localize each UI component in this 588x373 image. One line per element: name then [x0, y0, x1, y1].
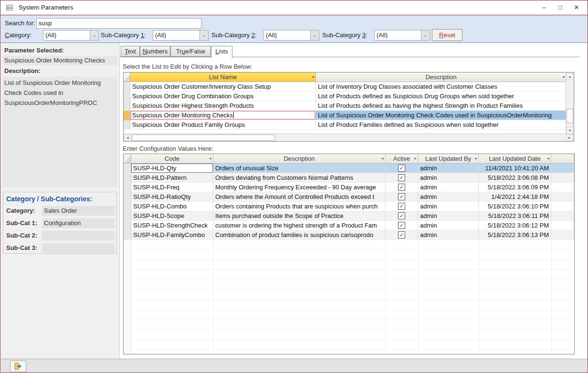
chevron-down-icon[interactable]: ⌄	[200, 31, 208, 40]
sort-arrow-icon[interactable]: ▾	[210, 156, 211, 161]
column-header-active[interactable]: Active▾	[386, 154, 418, 164]
datasheet-corner[interactable]	[124, 73, 130, 82]
code-cell[interactable]: SUSP-HLD-StrengthCheck	[131, 221, 213, 230]
active-cell-checkbox[interactable]: ✓	[386, 173, 418, 183]
row-selector[interactable]	[124, 173, 131, 183]
checkbox-checked-icon[interactable]: ✓	[398, 174, 405, 181]
datasheet-corner[interactable]	[124, 154, 131, 164]
scroll-left-icon[interactable]: ◄	[124, 135, 131, 141]
last-updated-by-cell[interactable]: admin	[418, 221, 479, 230]
list-description-cell[interactable]: List of Products defined as Suspicious D…	[316, 92, 567, 101]
row-selector[interactable]	[124, 221, 131, 230]
list-name-cell[interactable]: Suspicious Order Customer/Inventory Clas…	[130, 82, 316, 92]
active-cell-checkbox[interactable]: ✓	[386, 192, 418, 202]
sort-arrow-icon[interactable]: ▾	[547, 156, 549, 161]
description-cell[interactable]: customer is ordering the highest strengt…	[213, 221, 386, 230]
column-header-description[interactable]: Description▾	[316, 73, 567, 82]
list-horizontal-scrollbar[interactable]: ◄ ►	[124, 134, 574, 141]
list-name-cell[interactable]: Suspicious Order Drug Combination Groups	[130, 92, 316, 101]
description-cell[interactable]: Orders of unusual Size	[213, 164, 386, 173]
checkbox-checked-icon[interactable]: ✓	[398, 203, 405, 210]
code-cell[interactable]: SUSP-HLD-Scope	[131, 211, 213, 221]
description-cell[interactable]: Items purchased outside the Scope of Pra…	[213, 211, 386, 221]
sort-arrow-icon[interactable]: ▾	[382, 156, 384, 161]
list-vertical-scrollbar[interactable]: ▲ ▼	[566, 73, 574, 135]
tab-text[interactable]: Text	[121, 46, 140, 57]
subcategory3-select[interactable]: (All) ⌄	[374, 30, 430, 41]
row-selector[interactable]	[124, 202, 131, 211]
checkbox-checked-icon[interactable]: ✓	[398, 222, 405, 229]
active-cell-checkbox[interactable]: ✓	[386, 230, 418, 240]
row-selector[interactable]	[124, 230, 131, 240]
checkbox-checked-icon[interactable]: ✓	[398, 193, 405, 200]
checkbox-checked-icon[interactable]: ✓	[398, 165, 405, 172]
row-selector[interactable]	[124, 111, 130, 120]
row-spacer-cell[interactable]	[551, 211, 574, 221]
sort-arrow-icon[interactable]: ▾	[312, 75, 314, 79]
column-header-last-updated-by[interactable]: Last Updated By▾	[418, 154, 479, 164]
last-updated-date-cell[interactable]: 5/18/2022 3:06:10 PM	[479, 202, 551, 211]
row-spacer-cell[interactable]	[551, 192, 574, 202]
row-spacer-cell[interactable]	[551, 221, 574, 230]
scroll-down-icon[interactable]: ▼	[567, 127, 573, 134]
row-selector[interactable]	[124, 82, 130, 92]
last-updated-date-cell[interactable]: 5/18/2022 3:06:09 PM	[479, 183, 551, 192]
sort-arrow-icon[interactable]: ▾	[414, 156, 416, 161]
last-updated-date-cell[interactable]: 1/4/2021 2:44:18 PM	[479, 192, 551, 202]
code-cell[interactable]: SUSP-HLD-RatioQty	[131, 192, 213, 202]
row-spacer-cell[interactable]	[551, 202, 574, 211]
chevron-down-icon[interactable]: ⌄	[310, 31, 319, 40]
checkbox-checked-icon[interactable]: ✓	[398, 231, 405, 238]
last-updated-date-cell[interactable]: 5/18/2022 3:06:13 PM	[479, 230, 551, 240]
row-selector[interactable]	[124, 101, 130, 111]
column-header-description[interactable]: Description▾	[213, 154, 386, 164]
close-icon[interactable]: ✕	[568, 0, 585, 15]
row-selector[interactable]	[124, 92, 130, 101]
row-selector[interactable]	[124, 192, 131, 202]
row-spacer-cell[interactable]	[551, 183, 574, 192]
column-header-list-name[interactable]: List Name▾	[130, 73, 316, 82]
reset-button[interactable]: Reset	[432, 29, 462, 41]
active-cell-checkbox[interactable]: ✓	[386, 211, 418, 221]
tab-true-false[interactable]: True/False	[170, 46, 211, 57]
code-cell[interactable]: SUSP-HLD-Combo	[131, 202, 213, 211]
list-description-cell[interactable]: List of Product Families defined as Susp…	[316, 120, 567, 130]
row-selector[interactable]	[124, 211, 131, 221]
last-updated-date-cell[interactable]: 5/18/2022 3:06:11 PM	[479, 211, 551, 221]
minimize-icon[interactable]: –	[536, 0, 552, 15]
category-select[interactable]: (All) ⌄	[43, 30, 99, 41]
last-updated-by-cell[interactable]: admin	[418, 211, 479, 221]
last-updated-date-cell[interactable]: 5/18/2022 3:06:08 PM	[479, 173, 551, 183]
search-input[interactable]: susp	[36, 18, 201, 29]
last-updated-date-cell[interactable]: 5/18/2022 3:06:12 PM	[479, 221, 551, 230]
description-cell[interactable]: Orders deviating from Customers Normal P…	[213, 173, 386, 183]
subcategory2-select[interactable]: (All) ⌄	[263, 30, 319, 41]
exit-form-button[interactable]	[10, 361, 26, 372]
tab-lists[interactable]: Lists	[211, 46, 232, 58]
subcategory1-select[interactable]: (All) ⌄	[153, 30, 209, 41]
tab-numbers[interactable]: Numbers	[140, 46, 170, 57]
code-cell[interactable]: SUSP-HLD-FamilyCombo	[131, 230, 213, 240]
sort-arrow-icon[interactable]: ▾	[475, 156, 477, 161]
description-cell[interactable]: Orders where the Amount of Controlled Pr…	[213, 192, 386, 202]
last-updated-date-cell[interactable]: 11/4/2021 10:41:20 AM	[479, 164, 551, 173]
active-cell-checkbox[interactable]: ✓	[386, 183, 418, 192]
description-cell[interactable]: Monthly Ordering Frequency Exceeeded - 9…	[213, 183, 386, 192]
row-spacer-cell[interactable]	[551, 230, 574, 240]
active-cell-checkbox[interactable]: ✓	[386, 164, 418, 173]
last-updated-by-cell[interactable]: admin	[418, 202, 479, 211]
row-spacer-cell[interactable]	[551, 173, 574, 183]
list-name-cell[interactable]: Suspicious Order Highest Strength Produc…	[130, 101, 316, 111]
last-updated-by-cell[interactable]: admin	[418, 164, 479, 173]
active-cell-checkbox[interactable]: ✓	[386, 221, 418, 230]
description-cell[interactable]: Orders containing Products that are susp…	[213, 202, 386, 211]
scroll-thumb[interactable]	[567, 109, 573, 123]
chevron-down-icon[interactable]: ⌄	[90, 31, 98, 40]
list-description-cell[interactable]: List of Inventory Drug Classes associate…	[316, 82, 567, 92]
code-cell[interactable]: SUSP-HLD-Freq	[131, 183, 213, 192]
checkbox-checked-icon[interactable]: ✓	[398, 184, 405, 191]
scroll-right-icon[interactable]: ►	[566, 135, 573, 141]
checkbox-checked-icon[interactable]: ✓	[398, 212, 405, 219]
column-header-code[interactable]: Code▾	[131, 154, 213, 164]
last-updated-by-cell[interactable]: admin	[418, 183, 479, 192]
